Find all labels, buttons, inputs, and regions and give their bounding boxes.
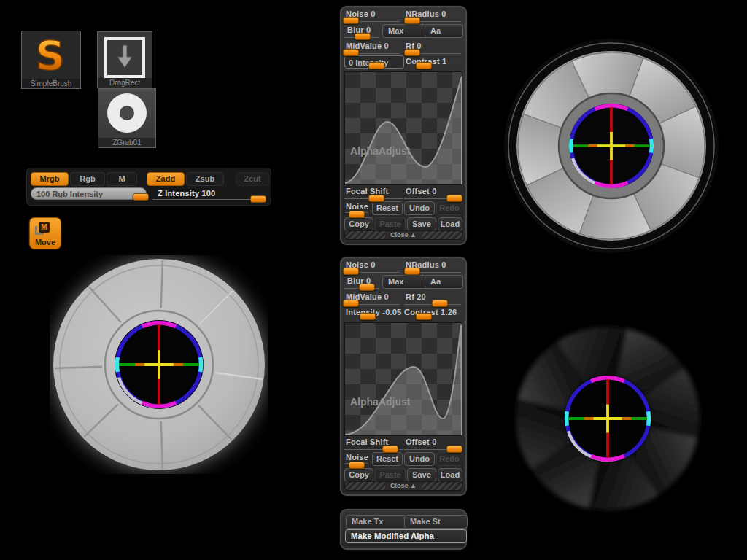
contrast-slider-handle[interactable] [416,313,432,320]
aa-button[interactable]: Aa [425,24,463,38]
svg-text:S: S [36,31,65,78]
alpha-curve [345,72,462,184]
brush-preview-left[interactable] [50,255,268,474]
zcut-button[interactable]: Zcut [236,172,269,186]
intensity-slider-handle[interactable] [360,313,376,320]
paste-button[interactable]: Paste [375,468,406,482]
focal-shift-slider-handle[interactable] [368,195,384,202]
zsub-button[interactable]: Zsub [186,172,224,186]
focal-shift-slider-handle[interactable] [382,446,398,453]
aa-button[interactable]: Aa [425,275,463,289]
redo-button[interactable]: Redo [436,452,462,466]
noise-slider-handle[interactable] [343,17,359,24]
close-panel-button[interactable]: Close ▲ [344,230,462,240]
rgb-intensity-slider[interactable]: 100 Rgb Intensity [31,187,147,200]
copy-button[interactable]: Copy [344,468,374,482]
alpha-adjust-panel-1: Noise 0 NRadius 0 Blur 0 Max Aa MidValue… [340,6,467,245]
simplebrush-label: SimpleBrush [22,79,80,88]
alpha-adjust-panel-2: Noise 0 NRadius 0 Blur 0 Max Aa MidValue… [340,257,467,496]
brush-preview-bottom-right[interactable] [498,309,717,528]
move-button[interactable]: M Move [29,217,61,249]
current-alpha-tile[interactable]: ZGrab01 [98,88,156,148]
midvalue-slider-handle[interactable] [343,49,359,56]
offset-slider-handle[interactable] [446,446,462,453]
current-stroke-tile[interactable]: DragRect [97,31,152,88]
close-panel-button[interactable]: Close ▲ [344,481,462,491]
draw-toolbar: Mrgb Rgb M Zadd Zsub Zcut 100 Rgb Intens… [26,168,271,206]
save-button[interactable]: Save [407,217,436,231]
make-st-button[interactable]: Make St [404,515,468,529]
paste-button[interactable]: Paste [375,217,406,231]
dragrect-label: DragRect [98,78,152,88]
reset-button[interactable]: Reset [372,452,403,466]
current-brush-tile[interactable]: S SimpleBrush [21,31,81,89]
rgb-button[interactable]: Rgb [70,172,105,186]
simplebrush-icon: S [22,31,79,78]
noise-slider-handle[interactable] [343,268,359,275]
offset-slider-label[interactable]: Offset 0 [406,187,437,195]
zadd-button[interactable]: Zadd [147,172,185,186]
alphaadjust-watermark: AlphaAdjust [350,396,410,408]
brush-cursor-crosshair [570,106,651,187]
z-intensity-track[interactable] [152,199,265,200]
make-modified-alpha-button[interactable]: Make Modified Alpha [345,529,467,543]
load-button[interactable]: Load [438,217,462,231]
copy-button[interactable]: Copy [344,217,374,231]
reset-button[interactable]: Reset [372,201,403,215]
rf-slider-handle[interactable] [404,49,420,56]
move-button-label: Move [30,238,61,246]
brush-cursor-crosshair [566,378,649,460]
m-button[interactable]: M [107,172,137,186]
make-tx-button[interactable]: Make Tx [346,515,406,529]
alpha-curve-editor[interactable]: AlphaAdjust [344,322,462,436]
move-bracket-icon [35,226,44,235]
offset-slider-label[interactable]: Offset 0 [406,438,437,446]
save-button[interactable]: Save [407,468,436,482]
focal-shift-slider-label[interactable]: Focal Shift [346,438,388,446]
load-button[interactable]: Load [438,468,462,482]
rgb-intensity-slider-handle[interactable] [133,193,149,201]
brush-cursor-crosshair [117,323,201,407]
brush-preview-top-right[interactable] [502,36,721,255]
max-button[interactable]: Max [382,275,428,289]
contrast-slider-label[interactable]: Contrast 1.26 [404,308,462,316]
alpha-curve [345,323,462,435]
z-intensity-slider-handle[interactable] [250,195,266,203]
redo-button[interactable]: Redo [436,201,462,215]
zgrab-donut-icon [98,89,155,137]
noise-curve-slider-handle[interactable] [349,462,365,469]
contrast-slider-label[interactable]: Contrast 1 [406,57,462,66]
blur-slider-handle[interactable] [359,284,375,291]
alphaadjust-watermark: AlphaAdjust [350,145,410,157]
blur-slider-handle[interactable] [355,33,371,40]
alpha-curve-editor[interactable]: AlphaAdjust [344,71,462,185]
zbrush-canvas[interactable]: S SimpleBrush DragRect ZGrab01 Mrgb Rgb … [0,0,747,560]
mrgb-button[interactable]: Mrgb [31,172,69,186]
make-panel: Make Tx Make St Make Modified Alpha [340,509,467,550]
contrast-slider-handle[interactable] [416,62,432,69]
undo-button[interactable]: Undo [404,452,435,466]
intensity-slider-handle[interactable] [368,62,384,69]
z-intensity-slider-label[interactable]: Z Intensity 100 [158,189,215,198]
rf-slider-handle[interactable] [432,300,448,307]
max-button[interactable]: Max [382,24,428,38]
nradius-slider-handle[interactable] [404,268,420,275]
offset-slider-handle[interactable] [446,195,462,202]
noise-curve-slider-handle[interactable] [349,211,365,218]
zgrab-label: ZGrab01 [98,138,155,147]
undo-button[interactable]: Undo [404,201,435,215]
rf-slider-label[interactable]: Rf 20 [406,292,426,301]
down-arrow-icon [115,44,134,70]
nradius-slider-handle[interactable] [404,17,420,24]
midvalue-slider-handle[interactable] [343,300,359,307]
